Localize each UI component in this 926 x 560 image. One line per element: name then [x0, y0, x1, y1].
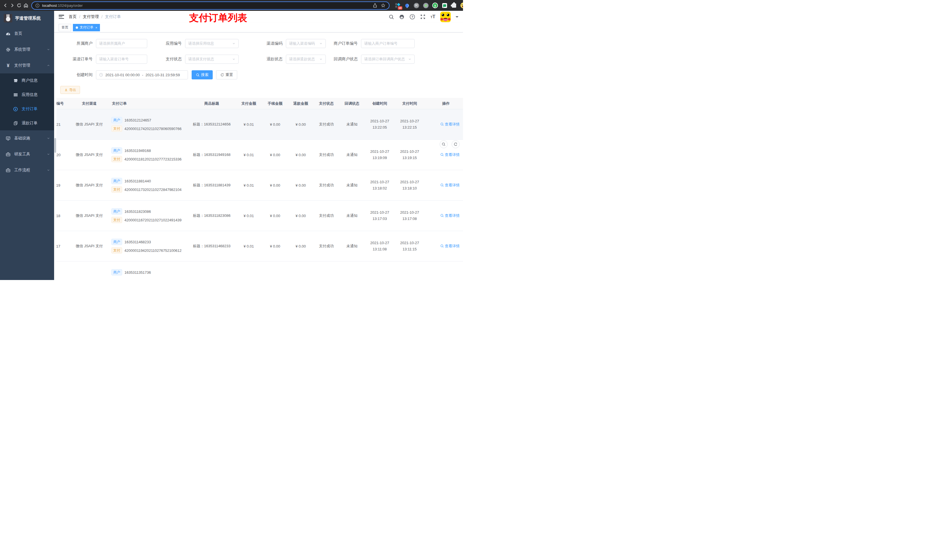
chevron-down-icon [319, 57, 322, 61]
refund-amount: ¥ 0.00 [288, 183, 313, 187]
browser-forward-icon[interactable] [10, 2, 15, 9]
sidebar-item-payment[interactable]: ¥ 支付管理 [0, 57, 54, 73]
view-detail-link[interactable]: 查看详情 [440, 213, 460, 218]
magnifier-icon [440, 122, 444, 126]
search-button[interactable]: 搜索 [192, 70, 213, 79]
view-detail-link[interactable]: 查看详情 [440, 122, 460, 127]
reset-button[interactable]: 重置 [216, 70, 237, 79]
sidebar-toggle-icon[interactable] [59, 15, 64, 19]
toggle-search-button[interactable] [440, 140, 448, 148]
table-row: 121 微信 JSAPI 支付 商户 1635312124657 支付 4200… [56, 109, 463, 140]
blocks-extension-icon[interactable]: 10 [395, 3, 400, 8]
notify-status: 未通知 [339, 183, 365, 188]
url-text: localhost:1024/pay/order [42, 3, 370, 8]
bookmark-star-icon[interactable] [381, 3, 386, 8]
export-button[interactable]: 导出 [61, 86, 80, 94]
pay-date: 2021-10-27 [395, 118, 425, 124]
tag-pay-order[interactable]: 支付订单 × [73, 24, 100, 31]
documents-icon [13, 121, 18, 126]
font-size-icon[interactable]: TT [431, 14, 436, 20]
sidebar-item-infrastructure[interactable]: 基础设施 [0, 130, 54, 146]
pay-channel: 微信 JSAPI 支付 [70, 183, 109, 188]
pay-status-select[interactable]: 请选择支付状态 [185, 54, 239, 64]
sidebar-item-merchant-info[interactable]: 商户信息 [0, 73, 54, 88]
refresh-icon [454, 142, 458, 146]
pay-time: 13:17:08 [395, 216, 425, 222]
pay-date: 2021-10-27 [395, 148, 425, 155]
breadcrumb-current: 支付订单 [105, 14, 121, 20]
extension-icons: 10 ⌘ y [395, 3, 463, 8]
chat-extension-icon[interactable] [442, 3, 447, 8]
github-icon[interactable] [399, 14, 405, 20]
extensions-puzzle-icon[interactable] [451, 3, 457, 8]
command-extension-icon[interactable]: ⌘ [413, 3, 419, 8]
browser-reload-icon[interactable] [17, 2, 22, 9]
app-logo[interactable]: 芋道管理系统 [0, 11, 54, 26]
refund-status-select[interactable]: 请选择退款状态 [286, 54, 326, 64]
tag-close-icon[interactable]: × [95, 26, 97, 29]
refund-amount: ¥ 0.00 [288, 153, 313, 157]
sidebar-item-home[interactable]: 首页 [0, 26, 54, 42]
create-date: 2021-10-27 [365, 210, 395, 216]
profile-avatar-icon[interactable] [460, 3, 463, 8]
merchant-order-no-input[interactable]: 请输入商户订单编号 [361, 39, 415, 48]
sidebar-item-pay-order[interactable]: ¥ 支付订单 [0, 102, 54, 116]
view-detail-link[interactable]: 查看详情 [440, 244, 460, 249]
refresh-table-button[interactable] [452, 140, 460, 148]
channel-order-no-input[interactable]: 请输入渠道订单号 [96, 54, 147, 64]
filter-label: 所属商户 [56, 41, 96, 46]
sidebar-item-system[interactable]: 系统管理 [0, 42, 54, 57]
main-area: 首页 / 支付管理 / 支付订单 支付订单列表 ? TT 首页 支付订单 × [54, 11, 463, 280]
chevron-down-icon [47, 137, 50, 140]
browser-back-icon[interactable] [3, 2, 8, 9]
sidebar-item-workflow[interactable]: 工作流程 [0, 162, 54, 178]
sidebar-item-app-info[interactable]: 应用信息 [0, 88, 54, 102]
view-detail-link[interactable]: 查看详情 [440, 183, 460, 188]
pay-channel: 微信 JSAPI 支付 [70, 152, 109, 157]
address-bar[interactable]: localhost:1024/pay/order [31, 2, 390, 10]
search-icon [442, 142, 446, 146]
app-select[interactable]: 请选择应用信息 [185, 39, 239, 48]
record-extension-icon[interactable] [423, 3, 428, 8]
avatar-caret-icon[interactable] [455, 16, 458, 19]
pay-amount: ¥ 0.01 [235, 214, 262, 218]
magnifier-icon [440, 244, 444, 248]
y-extension-icon[interactable]: y [432, 3, 438, 8]
create-time-range-picker[interactable]: 2021-10-01 00:00:00 - 2021-10-31 23:59:5… [96, 70, 188, 79]
browser-home-icon[interactable] [23, 2, 29, 9]
create-date: 2021-10-27 [365, 179, 395, 185]
fullscreen-icon[interactable] [420, 14, 426, 20]
pay-date: 2021-10-27 [395, 179, 425, 185]
product-title: 标题：1635312124656 [188, 122, 235, 127]
pin-extension-icon[interactable] [404, 3, 410, 8]
channel-code-select[interactable]: 请输入渠道编码 [286, 39, 326, 48]
monitor-icon [6, 136, 11, 141]
table-row: 119 微信 JSAPI 支付 商户 1635311881440 支付 4200… [56, 170, 463, 201]
sidebar-item-refund-order[interactable]: 退款订单 [0, 116, 54, 130]
view-detail-link[interactable]: 查看详情 [440, 152, 460, 157]
help-icon[interactable]: ? [410, 14, 415, 20]
merchant-order-no: 1635312124657 [124, 118, 151, 122]
merchant-select[interactable]: 请选择所属商户 [96, 39, 147, 48]
share-icon[interactable] [373, 3, 377, 8]
pay-order-no: 4200001167202110271022491439 [124, 218, 182, 222]
merchant-order-no: 1635311949168 [124, 148, 151, 153]
shop-icon [13, 78, 18, 83]
product-title: 标题：1635311823086 [188, 213, 235, 218]
app-title: 芋道管理系统 [15, 16, 41, 21]
merchant-tag: 商户 [111, 269, 122, 275]
notify-status-select[interactable]: 请选择订单回调商户状态 [361, 54, 415, 64]
tag-home[interactable]: 首页 [59, 24, 71, 31]
site-info-icon[interactable] [35, 3, 39, 8]
chevron-down-icon [319, 42, 322, 45]
chevron-down-icon [408, 57, 412, 61]
create-date: 2021-10-27 [365, 148, 395, 155]
merchant-order-no: 1635311881440 [124, 179, 151, 183]
user-avatar[interactable] [440, 12, 451, 22]
breadcrumb-home[interactable]: 首页 [69, 14, 77, 20]
sidebar-item-dev-tools[interactable]: 研发工具 [0, 146, 54, 162]
scrollbar-thumb[interactable] [54, 138, 56, 153]
breadcrumb-payment[interactable]: 支付管理 [83, 14, 99, 20]
notify-status: 未通知 [339, 152, 365, 157]
search-icon[interactable] [389, 14, 394, 20]
